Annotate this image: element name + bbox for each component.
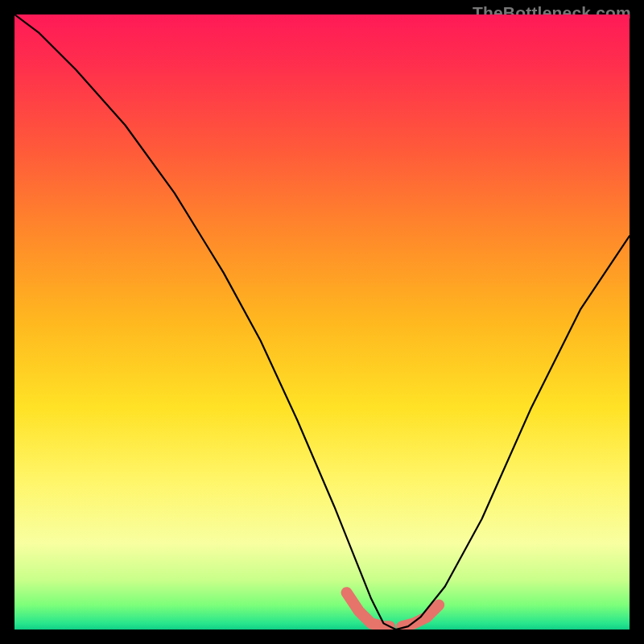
chart-svg [14, 14, 630, 630]
highlight-segment-right [402, 605, 439, 626]
chart-frame: TheBottleneck.com [0, 0, 644, 644]
plot-area [14, 14, 630, 630]
main-curve-line [14, 14, 630, 630]
